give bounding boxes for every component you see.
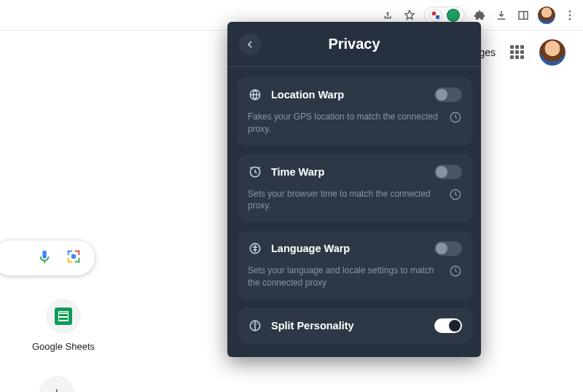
info-icon[interactable] xyxy=(449,264,462,278)
shortcut-google-sheets[interactable]: Google Sheets xyxy=(23,299,103,352)
feature-card-split-personality: Split Personality xyxy=(238,308,472,343)
account-avatar[interactable] xyxy=(539,39,566,66)
feature-title: Language Warp xyxy=(271,243,426,254)
star-icon[interactable] xyxy=(402,8,417,23)
svg-point-3 xyxy=(569,15,571,17)
share-icon[interactable] xyxy=(380,8,395,23)
extensions-puzzle-icon[interactable] xyxy=(472,8,487,23)
svg-point-4 xyxy=(569,18,571,20)
svg-rect-8 xyxy=(78,251,79,255)
svg-rect-10 xyxy=(68,258,69,262)
clock-warp-icon xyxy=(248,165,262,179)
extension-icon xyxy=(429,9,442,22)
feature-card-language-warp: Language Warp Sets your language and loc… xyxy=(238,231,472,299)
info-icon[interactable] xyxy=(449,111,462,124)
apps-grid-icon[interactable] xyxy=(510,45,525,60)
feature-description: Sets your language and locale settings t… xyxy=(248,264,440,289)
feature-toggle[interactable] xyxy=(434,87,462,102)
feature-toggle[interactable] xyxy=(434,165,462,179)
feature-card-location-warp: Location Warp Fakes your GPS location to… xyxy=(238,77,472,146)
profile-avatar[interactable] xyxy=(538,7,555,24)
add-shortcut-button[interactable]: + xyxy=(39,376,74,392)
sheets-icon xyxy=(55,307,72,325)
download-icon[interactable] xyxy=(494,8,509,23)
svg-point-2 xyxy=(569,10,571,12)
svg-point-13 xyxy=(71,254,76,259)
lens-icon[interactable] xyxy=(66,248,82,267)
mic-icon[interactable] xyxy=(36,248,52,267)
search-input[interactable] xyxy=(0,240,95,275)
feature-title: Time Warp xyxy=(271,166,426,178)
feature-title: Split Personality xyxy=(271,320,426,332)
feature-toggle[interactable] xyxy=(434,318,462,333)
split-personality-icon xyxy=(248,318,262,333)
feature-title: Location Warp xyxy=(271,89,426,101)
info-icon[interactable] xyxy=(449,188,462,201)
popup-body: Location Warp Fakes your GPS location to… xyxy=(227,67,481,357)
feature-description: Sets your browser time to match the conn… xyxy=(248,188,440,213)
svg-rect-12 xyxy=(78,258,79,262)
language-warp-icon xyxy=(248,241,262,256)
side-panel-icon[interactable] xyxy=(516,8,531,23)
globe-warp-icon xyxy=(248,87,262,102)
shortcut-label: Google Sheets xyxy=(32,341,95,352)
extension-icon xyxy=(447,9,460,22)
shortcut-tile xyxy=(46,299,81,334)
popup-title: Privacy xyxy=(328,36,380,52)
feature-toggle[interactable] xyxy=(434,241,462,256)
kebab-menu-icon[interactable] xyxy=(563,8,577,23)
feature-card-time-warp: Time Warp Sets your browser time to matc… xyxy=(238,154,472,223)
back-button[interactable] xyxy=(239,34,261,55)
feature-description: Fakes your GPS location to match the con… xyxy=(248,111,440,136)
extension-popup: Privacy Location Warp Fakes your GPS loc… xyxy=(227,22,481,357)
popup-header: Privacy xyxy=(227,22,481,67)
svg-rect-6 xyxy=(68,251,69,255)
